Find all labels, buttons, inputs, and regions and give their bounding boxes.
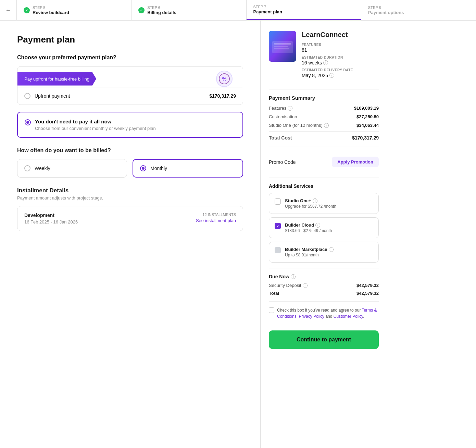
weekly-option[interactable]: Weekly: [17, 159, 127, 178]
banner-text: Pay upfront for hassle-free billing: [24, 76, 89, 82]
divider-1: [269, 89, 379, 89]
step6-check-icon: ✓: [138, 7, 145, 13]
studio-row: Studio One (for 12 months) i $34,063.44: [269, 123, 379, 128]
delivery-meta: ESTIMATED DELIVERY DATE May 8, 2025 i: [302, 68, 353, 78]
product-name: LearnConnect: [302, 31, 353, 39]
right-panel: LearnConnect FEATURES 81 ESTIMATED DURAT…: [260, 21, 387, 448]
billing-options: Weekly Monthly: [17, 159, 243, 178]
additional-services-title: Additional Services: [269, 183, 379, 189]
see-installment-plan-link[interactable]: See installment plan: [196, 218, 236, 223]
installment-title: You don't need to pay it all now: [35, 119, 156, 124]
promo-label: Promo Code: [269, 159, 296, 165]
security-deposit-value: $42,579.32: [356, 283, 379, 288]
delivery-label: ESTIMATED DELIVERY DATE: [302, 68, 353, 72]
builder-cloud-price: $183.66 - $275.49 /month: [285, 228, 332, 233]
security-deposit-row: Security Deposit i $42,579.32: [269, 283, 379, 288]
page-title: Payment plan: [17, 34, 243, 45]
builder-marketplace-info-icon[interactable]: i: [329, 247, 334, 252]
upfront-payment-row[interactable]: Upfront payment $170,317.29: [17, 87, 243, 105]
due-total-row: Total $42,579.32: [269, 291, 379, 296]
step5-title: Review buildcard: [33, 10, 69, 15]
promo-row: Promo Code Apply Promotion: [269, 152, 379, 172]
service-builder-cloud: Builder Cloud i $183.66 - $275.49 /month: [269, 217, 379, 238]
billing-section-title: How often do you want to be billed?: [17, 147, 243, 154]
upfront-banner: Pay upfront for hassle-free billing: [17, 72, 96, 86]
step7-title: Payment plan: [253, 9, 283, 14]
left-panel: Payment plan Choose your preferred payme…: [0, 21, 260, 448]
svg-rect-4: [274, 43, 291, 45]
privacy-policy-link[interactable]: Privacy Policy: [299, 314, 324, 319]
terms-row: Check this box if you've read and agree …: [269, 307, 379, 319]
nav-step-5[interactable]: ✓ STEP 5 Review buildcard: [17, 0, 131, 20]
studio-plus-title: Studio One+ i: [285, 198, 336, 203]
due-total-label: Total: [269, 291, 279, 296]
duration-value: 16 weeks i: [302, 60, 353, 65]
builder-cloud-title: Builder Cloud i: [285, 222, 332, 228]
upfront-price: $170,317.29: [209, 93, 236, 99]
builder-marketplace-title: Builder Marketplace i: [285, 247, 334, 252]
studio-label: Studio One (for 12 months) i: [269, 123, 329, 128]
apply-promotion-button[interactable]: Apply Promotion: [332, 157, 379, 167]
features-value: 81: [302, 47, 353, 53]
weekly-label: Weekly: [35, 166, 50, 171]
step6-title: Billing details: [147, 10, 176, 15]
studio-plus-price: Upgrade for $567.72 /month: [285, 204, 336, 209]
step7-label: STEP 7: [253, 5, 283, 9]
due-now-info-icon[interactable]: i: [291, 274, 296, 279]
svg-text:%: %: [222, 76, 227, 82]
payment-summary-title: Payment Summary: [269, 95, 379, 101]
preferred-plan-title: Choose your preferred payment plan?: [17, 55, 243, 61]
duration-meta: ESTIMATED DURATION 16 weeks i: [302, 56, 353, 65]
builder-marketplace-price: Up to $8.91/month: [285, 253, 334, 257]
delivery-info-icon[interactable]: i: [329, 73, 334, 78]
terms-checkbox[interactable]: [269, 307, 274, 313]
installment-card[interactable]: You don't need to pay it all now Choose …: [17, 112, 243, 138]
divider-2: [269, 146, 379, 146]
back-button[interactable]: ←: [0, 0, 17, 20]
main-layout: Payment plan Choose your preferred payme…: [0, 21, 476, 448]
divider-4: [269, 268, 379, 268]
continue-to-payment-button[interactable]: Continue to payment: [269, 330, 379, 349]
step5-label: STEP 5: [33, 5, 69, 10]
product-header: LearnConnect FEATURES 81 ESTIMATED DURAT…: [269, 31, 379, 81]
divider-3: [269, 178, 379, 178]
features-info-icon[interactable]: i: [288, 106, 292, 111]
features-cost-row: Features i $109,003.19: [269, 106, 379, 111]
due-now-section: Due Now i Security Deposit i $42,579.32 …: [269, 274, 379, 296]
features-cost-value: $109,003.19: [354, 106, 379, 111]
customisation-row: Customisation $27,250.80: [269, 114, 379, 119]
builder-marketplace-checkbox[interactable]: [275, 247, 281, 253]
builder-cloud-info-icon[interactable]: i: [315, 223, 320, 228]
duration-info-icon[interactable]: i: [323, 60, 328, 65]
weekly-radio[interactable]: [24, 165, 30, 171]
customer-policy-link[interactable]: Customer Policy: [334, 314, 363, 319]
installments-count: 12 INSTALLMENTS: [196, 213, 236, 217]
customisation-label: Customisation: [269, 114, 297, 119]
svg-rect-5: [274, 46, 288, 47]
monthly-radio[interactable]: [140, 165, 146, 171]
monthly-option[interactable]: Monthly: [133, 159, 243, 178]
studio-plus-info-icon[interactable]: i: [313, 198, 317, 203]
customisation-value: $27,250.80: [356, 114, 379, 119]
upfront-radio[interactable]: [24, 93, 30, 99]
nav-step-8: STEP 8 Payment options: [361, 0, 476, 20]
studio-info-icon[interactable]: i: [324, 123, 329, 128]
due-now-title: Due Now i: [269, 274, 379, 279]
nav-step-7[interactable]: STEP 7 Payment plan: [247, 0, 361, 20]
product-image: [269, 31, 296, 62]
installment-radio[interactable]: [25, 119, 31, 125]
builder-cloud-checkbox[interactable]: [275, 223, 281, 229]
nav-step-6[interactable]: ✓ STEP 6 Billing details: [131, 0, 246, 20]
discount-badge-icon: %: [216, 71, 233, 87]
features-label: FEATURES: [302, 43, 353, 47]
features-cost-label: Features i: [269, 106, 292, 111]
studio-plus-checkbox[interactable]: [275, 198, 281, 205]
step6-label: STEP 6: [147, 5, 176, 10]
terms-text: Check this box if you've read and agree …: [277, 307, 379, 319]
security-deposit-info-icon[interactable]: i: [303, 283, 308, 288]
service-studio-plus: Studio One+ i Upgrade for $567.72 /month: [269, 193, 379, 214]
upfront-label: Upfront payment: [35, 93, 70, 99]
duration-label: ESTIMATED DURATION: [302, 56, 353, 59]
monthly-label: Monthly: [150, 166, 167, 171]
divider-5: [269, 301, 379, 302]
